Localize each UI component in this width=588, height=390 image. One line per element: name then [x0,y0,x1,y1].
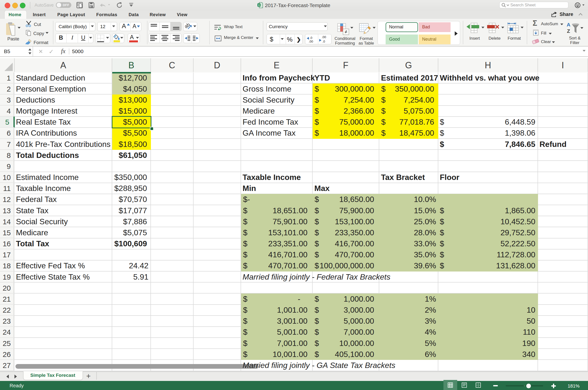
svg-text:.0: .0 [310,36,312,40]
svg-text:A: A [567,22,570,27]
svg-text:.00: .00 [322,35,326,39]
svg-text:Z: Z [567,28,570,34]
svg-text:≠: ≠ [345,29,347,34]
svg-text:.0: .0 [322,40,325,43]
svg-text:.00: .00 [309,40,313,43]
svg-text:X: X [258,4,260,7]
